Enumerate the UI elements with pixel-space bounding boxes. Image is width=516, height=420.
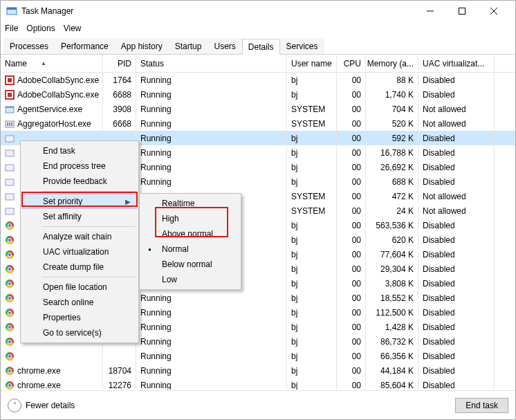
priority-low[interactable]: Low xyxy=(141,272,239,287)
close-button[interactable] xyxy=(478,1,510,21)
cell-memory: 520 K xyxy=(366,116,418,131)
svg-rect-13 xyxy=(6,107,14,108)
cell-user: bj xyxy=(287,363,337,378)
col-mem[interactable]: Memory (a... xyxy=(366,55,418,72)
svg-rect-21 xyxy=(6,179,14,185)
col-pid[interactable]: PID xyxy=(103,55,136,72)
svg-point-37 xyxy=(8,311,11,314)
table-row[interactable]: AggregatorHost.exe6668RunningSYSTEM00520… xyxy=(1,116,515,131)
cell-cpu: 00 xyxy=(337,189,366,203)
priority-high[interactable]: High xyxy=(141,211,239,226)
table-row[interactable]: chrome.exe12276Runningbj0085,604 KDisabl… xyxy=(1,378,515,390)
tab-details[interactable]: Details xyxy=(242,39,280,55)
cell-pid: 12276 xyxy=(103,378,136,390)
cell-status: Running xyxy=(136,73,287,87)
fewer-details-label: Fewer details xyxy=(26,401,75,410)
process-icon xyxy=(5,104,15,114)
priority-below-normal[interactable]: Below normal xyxy=(141,257,239,272)
table-row[interactable]: chrome.exe18704Runningbj0044,184 KDisabl… xyxy=(1,363,515,378)
process-icon xyxy=(5,381,15,390)
process-icon xyxy=(5,322,15,332)
cell-status: Running xyxy=(136,349,287,363)
cell-pid xyxy=(103,349,136,363)
cell-memory: 86,732 K xyxy=(366,334,418,349)
svg-rect-18 xyxy=(6,136,14,142)
cell-cpu: 00 xyxy=(337,320,366,334)
cell-memory: 18,552 K xyxy=(366,291,418,305)
col-cpu[interactable]: CPU xyxy=(337,55,366,72)
fewer-details-button[interactable]: ˄ Fewer details xyxy=(8,399,75,412)
svg-rect-17 xyxy=(11,122,12,126)
process-icon xyxy=(5,366,15,376)
cell-uac: Not allowed xyxy=(418,203,495,218)
col-status[interactable]: Status xyxy=(136,55,287,72)
cell-uac: Disabled xyxy=(418,291,495,305)
priority-above-normal[interactable]: Above normal xyxy=(141,226,239,241)
ctx-provide-feedback[interactable]: Provide feedback xyxy=(22,174,137,189)
process-icon xyxy=(5,177,15,187)
cell-cpu: 00 xyxy=(337,232,366,247)
table-row[interactable]: AdobeCollabSync.exe1764Runningbj0088 KDi… xyxy=(1,73,515,87)
cell-user: bj xyxy=(287,291,337,305)
ctx-end-task[interactable]: End task xyxy=(22,143,137,158)
cell-user: bj xyxy=(287,73,337,87)
tab-app-history[interactable]: App history xyxy=(115,38,169,54)
cell-uac: Disabled xyxy=(418,363,495,378)
cell-status: Running xyxy=(136,160,287,174)
ctx-properties[interactable]: Properties xyxy=(22,310,137,325)
priority-normal[interactable]: Normal● xyxy=(141,241,239,257)
menu-file[interactable]: File xyxy=(5,24,18,33)
svg-point-27 xyxy=(8,238,11,241)
ctx-uac-virtualization[interactable]: UAC virtualization xyxy=(22,244,137,259)
col-uac[interactable]: UAC virtualizat... xyxy=(418,55,495,72)
svg-rect-11 xyxy=(8,93,12,97)
tab-performance[interactable]: Performance xyxy=(55,38,115,54)
ctx-set-affinity[interactable]: Set affinity xyxy=(22,209,137,224)
cell-cpu: 00 xyxy=(337,247,366,262)
ctx-search-online[interactable]: Search online xyxy=(22,295,137,310)
cell-cpu: 00 xyxy=(337,349,366,363)
ctx-end-process-tree[interactable]: End process tree xyxy=(22,158,137,174)
table-row[interactable]: AdobeCollabSync.exe6688Runningbj001,740 … xyxy=(1,87,515,102)
table-row[interactable]: Runningbj0066,356 KDisabled xyxy=(1,349,515,363)
col-name[interactable]: Name▲ xyxy=(1,55,103,72)
cell-memory: 85,604 K xyxy=(366,378,418,390)
sort-ascending-icon: ▲ xyxy=(41,60,46,66)
ctx-set-priority[interactable]: Set priority▶ xyxy=(22,194,137,209)
cell-memory: 29,304 K xyxy=(366,262,418,276)
priority-realtime[interactable]: Realtime xyxy=(141,196,239,211)
process-icon xyxy=(5,90,15,100)
ctx-create-dump-file[interactable]: Create dump file xyxy=(22,259,137,275)
menu-options[interactable]: Options xyxy=(26,24,55,33)
tab-processes[interactable]: Processes xyxy=(3,38,55,54)
ctx-go-to-service-s-[interactable]: Go to service(s) xyxy=(22,325,137,340)
cell-cpu: 00 xyxy=(337,116,366,131)
maximize-button[interactable] xyxy=(446,1,478,21)
menu-view[interactable]: View xyxy=(64,24,82,33)
cell-cpu: 00 xyxy=(337,291,366,305)
minimize-button[interactable] xyxy=(414,1,446,21)
process-name: chrome.exe xyxy=(17,381,61,390)
cell-cpu: 00 xyxy=(337,131,366,145)
cell-pid: 3908 xyxy=(103,102,136,116)
col-user[interactable]: User name xyxy=(287,55,337,72)
cell-user: bj xyxy=(287,131,337,145)
cell-uac: Disabled xyxy=(418,262,495,276)
process-icon xyxy=(5,279,15,289)
cell-uac: Disabled xyxy=(418,73,495,87)
table-row[interactable]: AgentService.exe3908RunningSYSTEM00704 K… xyxy=(1,102,515,116)
svg-rect-8 xyxy=(8,78,12,82)
cell-pid: 1764 xyxy=(103,73,136,87)
cell-uac: Disabled xyxy=(418,232,495,247)
cell-user: bj xyxy=(287,349,337,363)
tab-services[interactable]: Services xyxy=(280,38,324,54)
end-task-button[interactable]: End task xyxy=(455,398,508,413)
tab-users[interactable]: Users xyxy=(208,38,241,54)
process-icon xyxy=(5,75,15,85)
ctx-analyze-wait-chain[interactable]: Analyze wait chain xyxy=(22,229,137,244)
tab-startup[interactable]: Startup xyxy=(169,38,208,54)
cell-memory: 112,500 K xyxy=(366,305,418,320)
cell-uac: Disabled xyxy=(418,349,495,363)
ctx-open-file-location[interactable]: Open file location xyxy=(22,280,137,295)
cell-memory: 1,740 K xyxy=(366,87,418,102)
